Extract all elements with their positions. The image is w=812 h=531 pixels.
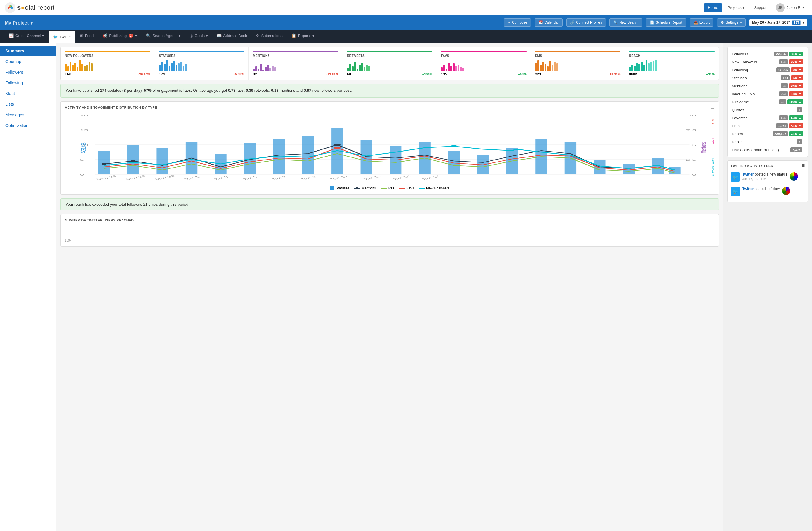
legend-mentions: Mentions (354, 186, 376, 190)
sidebar-item-summary[interactable]: Summary (0, 46, 56, 56)
date-range-picker[interactable]: May 26 - June 17, 2017 EST ▾ (749, 19, 807, 26)
connect-profiles-button[interactable]: 🔗 Connect Profiles (566, 18, 606, 27)
chart-menu-icon[interactable]: ☰ (710, 106, 714, 112)
subnav-publishing[interactable]: 📢 Publishing 2 ▾ (98, 30, 141, 43)
subnav-reports-label: Reports ▾ (298, 33, 315, 38)
sidebar-item-lists[interactable]: Lists (0, 99, 56, 109)
stats-row: NEW FOLLOWERS 168 -26 (60, 47, 719, 80)
subnav-automations-label: Automations (261, 33, 282, 38)
metric-row-lists: Lists 1,051 <1% ▼ (730, 122, 804, 130)
activity-feed-menu-icon[interactable]: ☰ (802, 164, 805, 167)
right-panel: Followers 22,305 <1% ▲ New Followers 168… (723, 43, 812, 531)
activity-text-2: Twitter started to follow (742, 187, 780, 191)
stat-top-bar-followers (65, 50, 150, 52)
activity-item-2: 🐦 Twitter started to follow (730, 185, 804, 199)
subnav-reports[interactable]: 📋 Reports ▾ (287, 30, 319, 43)
subnav-twitter[interactable]: 🐦 Twitter (49, 31, 75, 43)
subnav-address-book[interactable]: 📖 Address Book (213, 30, 251, 43)
activity-feed-card: TWITTER ACTIVITY FEED ☰ 🐦 Twitter posted… (727, 160, 808, 202)
stat-top-bar-favs (441, 50, 526, 52)
svg-rect-23 (302, 136, 314, 174)
metric-row-statuses: Statuses 174 5% ▼ (730, 74, 804, 82)
support-nav-button[interactable]: Support (750, 3, 772, 12)
new-followers-axis-label: New Followers (712, 158, 714, 176)
sidebar-item-optimization[interactable]: Optimization (0, 120, 56, 131)
sub-navigation: 📈 Cross-Channel ▾ 🐦 Twitter ⊞ Feed 📢 Pub… (0, 30, 812, 43)
stat-bars-retweets (347, 59, 433, 71)
svg-text:5: 5 (692, 144, 696, 147)
stat-bars-new-followers (65, 59, 150, 71)
svg-point-41 (450, 145, 457, 147)
activity-user-link-1[interactable]: Twitter (742, 172, 754, 176)
svg-point-39 (131, 160, 136, 162)
svg-text:Jun 17: Jun 17 (420, 175, 441, 181)
svg-text:Jun 11: Jun 11 (329, 175, 349, 181)
sidebar-item-followers[interactable]: Followers (0, 67, 56, 77)
stat-bars-favs (441, 59, 526, 71)
schedule-report-button[interactable]: 📄 Schedule Report (646, 18, 686, 27)
svg-point-37 (334, 144, 341, 146)
svg-rect-17 (127, 145, 139, 174)
metric-row-following: Following 16,565 0% ▼ (730, 66, 804, 74)
sidebar-item-klout[interactable]: Klout (0, 88, 56, 99)
svg-point-40 (334, 147, 341, 149)
svg-text:7.5: 7.5 (686, 129, 696, 132)
new-search-button[interactable]: 🔍 New Search (609, 18, 642, 27)
legend-rts: RTs (381, 186, 394, 190)
svg-text:May 30: May 30 (154, 175, 176, 181)
metric-val-followers: 22,305 (774, 51, 788, 56)
subnav-goals[interactable]: ◎ Goals ▾ (185, 30, 212, 43)
subnav-feed-label: Feed (85, 33, 94, 38)
subnav-feed[interactable]: ⊞ Feed (76, 30, 98, 43)
sidebar-item-following[interactable]: Following (0, 77, 56, 88)
metric-change-inbound-dms: 18% ▼ (789, 91, 803, 96)
subnav-publishing-label: Publishing (109, 33, 127, 38)
metric-row-followers: Followers 22,305 <1% ▲ (730, 50, 804, 58)
stat-label-retweets: RETWEETS (347, 54, 433, 57)
chart-title: ACTIVITY AND ENGAGEMENT DISTRIBUTION BY … (65, 106, 157, 109)
stat-label-mentions: MENTIONS (253, 54, 338, 57)
activity-text-1: Twitter posted a new status (742, 172, 787, 176)
top-nav-links: Home Projects ▾ Support JB Jason B ▾ (704, 2, 807, 13)
rts-axis-label: RTs (712, 119, 714, 124)
metric-change-lists: <1% ▼ (789, 123, 803, 128)
metric-change-favorites: 53% ▲ (789, 115, 803, 120)
settings-button[interactable]: ⚙ Settings ▾ (717, 18, 745, 27)
svg-text:Mentions: Mentions (699, 142, 708, 153)
activity-item-1: 🐦 Twitter posted a new status Jun 17, 1:… (730, 170, 804, 185)
stat-change-dms: -18.32% (608, 73, 620, 76)
sidebar: Summary Geomap Followers Following Klout… (0, 43, 56, 531)
stat-change-mentions: -23.81% (327, 73, 338, 76)
export-button[interactable]: 📤 Export (690, 18, 714, 27)
stat-change-retweets: +100% (422, 73, 433, 76)
stat-change-reach: +31% (706, 73, 714, 76)
svg-text:Jun 15: Jun 15 (391, 175, 412, 181)
subnav-search-agents[interactable]: 🔍 Search Agents ▾ (142, 30, 185, 43)
subnav-automations[interactable]: ✈ Automations (252, 30, 287, 43)
stat-top-bar-statuses (159, 50, 245, 52)
user-menu[interactable]: JB Jason B ▾ (773, 2, 807, 13)
subnav-cross-channel[interactable]: 📈 Cross-Channel ▾ (5, 30, 48, 43)
stat-label-reach: REACH (629, 54, 714, 57)
svg-text:Jun 5: Jun 5 (241, 176, 259, 181)
sidebar-item-messages[interactable]: Messages (0, 109, 56, 120)
svg-text:15: 15 (80, 129, 88, 132)
metric-val-mentions: 32 (781, 84, 788, 88)
calendar-button[interactable]: 📅 Calendar (535, 18, 563, 27)
metric-change-followers: <1% ▲ (789, 51, 803, 56)
main-content: NEW FOLLOWERS 168 -26 (56, 43, 723, 531)
projects-nav-button[interactable]: Projects ▾ (723, 3, 749, 12)
activity-user-link-2[interactable]: Twitter (742, 187, 754, 191)
stat-top-bar-dms (535, 50, 621, 52)
sidebar-item-geomap[interactable]: Geomap (0, 56, 56, 67)
metric-row-rts-of-me: RTs of me 68 100% ▲ (730, 98, 804, 106)
stat-top-bar-reach (629, 50, 714, 52)
metric-row-quotes: Quotes 1 (730, 106, 804, 114)
top-navigation: s●cial report Home Projects ▾ Support JB… (0, 0, 812, 15)
chart-legend: Statuses Mentions RTs Favs (65, 186, 714, 190)
stat-label-statuses: STATUSES (159, 54, 245, 57)
legend-favs: Favs (399, 186, 414, 190)
home-nav-button[interactable]: Home (704, 3, 722, 12)
activity-avatar-2 (782, 187, 791, 195)
compose-button[interactable]: ✏ Compose (504, 18, 531, 27)
